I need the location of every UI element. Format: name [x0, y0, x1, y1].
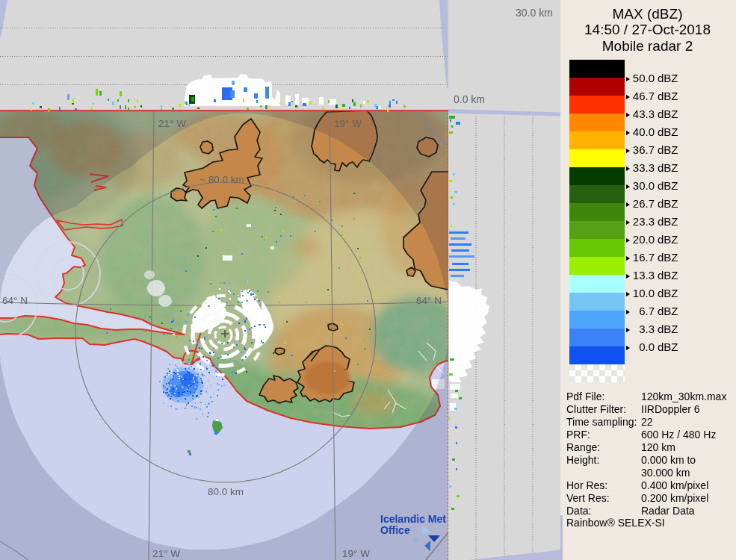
svg-text:Office: Office [380, 524, 410, 536]
svg-text:0.0 km: 0.0 km [454, 93, 485, 105]
svg-text:~ 80.0 km: ~ 80.0 km [200, 174, 244, 185]
svg-text:21° W: 21° W [158, 118, 186, 129]
svg-text:64° N: 64° N [416, 295, 442, 306]
svg-text:64° N: 64° N [2, 295, 28, 306]
svg-text:21° W: 21° W [152, 548, 180, 559]
svg-text:Icelandic Met: Icelandic Met [380, 513, 446, 525]
svg-text:19° W: 19° W [342, 548, 370, 559]
svg-text:30.0 km: 30.0 km [516, 7, 553, 19]
svg-text:80.0 km: 80.0 km [208, 486, 244, 497]
svg-text:19° W: 19° W [334, 118, 362, 129]
